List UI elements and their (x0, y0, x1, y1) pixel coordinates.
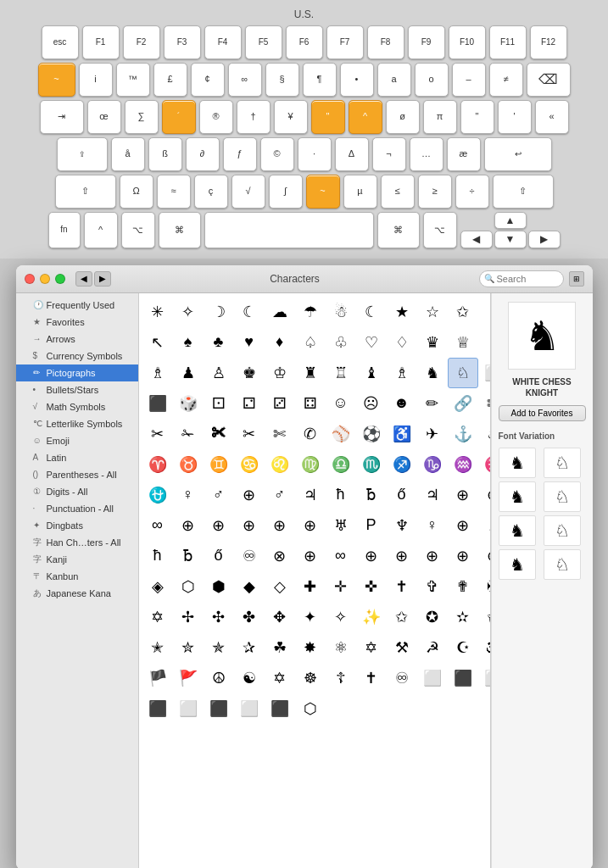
key-eth[interactable]: ∂ (186, 137, 220, 171)
symbol-cell[interactable]: ⬛ (142, 388, 173, 419)
symbol-cell[interactable]: ✢ (173, 602, 204, 632)
symbol-cell[interactable]: ✡ (356, 632, 387, 663)
symbol-cell[interactable]: ʑ (478, 510, 491, 541)
symbol-cell[interactable]: ⬡ (173, 571, 204, 602)
symbol-cell[interactable]: ∞ (326, 541, 356, 571)
symbol-cell[interactable]: ♃ (417, 480, 448, 510)
symbol-cell[interactable]: ⚀ (204, 388, 234, 419)
key-bullet[interactable]: • (340, 63, 374, 97)
symbol-cell[interactable]: ♾ (387, 663, 417, 693)
key-infinity[interactable]: ∞ (228, 63, 262, 97)
symbol-cell[interactable]: ♎ (326, 449, 356, 480)
key-dquote2[interactable]: " (460, 100, 494, 134)
font-var-cell[interactable]: ♘ (544, 549, 581, 580)
symbol-cell[interactable]: ♗ (387, 358, 417, 388)
symbol-cell[interactable]: ⚁ (234, 388, 265, 419)
key-shift-l[interactable]: ⇧ (55, 175, 116, 209)
key-tm[interactable]: ™ (116, 63, 150, 97)
symbol-cell[interactable]: ⬛ (265, 693, 295, 724)
sidebar-item-emoji[interactable]: ☺ Emoji (16, 432, 138, 449)
symbol-cell[interactable]: ⊕ (356, 541, 387, 571)
grid-view-button[interactable]: ⊞ (569, 271, 584, 287)
symbol-cell[interactable]: ✞ (417, 571, 448, 602)
symbol-cell[interactable]: ☪ (448, 632, 478, 663)
key-up[interactable]: ▲ (494, 212, 527, 229)
symbol-cell[interactable]: ◆ (234, 571, 265, 602)
key-esc[interactable]: esc (42, 25, 79, 59)
key-reg[interactable]: ® (199, 100, 233, 134)
key-fn[interactable]: fn (48, 212, 81, 248)
key-f7[interactable]: F7 (326, 25, 364, 59)
symbol-cell[interactable]: ✈ (417, 419, 448, 449)
symbol-cell[interactable]: ✰ (234, 632, 265, 663)
symbol-cell[interactable]: ⊕ (387, 541, 417, 571)
symbol-cell[interactable]: ⊕ (417, 541, 448, 571)
symbol-cell[interactable]: ⊕ (478, 541, 491, 571)
sidebar-item-latin[interactable]: A Latin (16, 449, 138, 466)
close-button[interactable] (25, 274, 35, 284)
symbol-cell[interactable]: ⚽ (356, 419, 387, 449)
key-a[interactable]: a (377, 63, 411, 97)
key-neq[interactable]: ≠ (489, 63, 523, 97)
symbol-cell[interactable]: ✆ (295, 419, 326, 449)
symbol-cell[interactable]: ⬜ (478, 358, 491, 388)
symbol-cell[interactable]: ✡ (265, 663, 295, 693)
key-rquote[interactable]: ' (498, 100, 532, 134)
key-sqrt[interactable]: √ (231, 175, 265, 209)
symbol-cell[interactable]: ⊕ (265, 510, 295, 541)
symbol-cell[interactable]: ♅ (326, 510, 356, 541)
symbol-cell[interactable]: ♾ (234, 541, 265, 571)
sidebar-item-parentheses[interactable]: () Parentheses - All (16, 466, 138, 483)
key-not[interactable]: ¬ (372, 137, 406, 171)
symbol-cell[interactable]: ♿ (387, 419, 417, 449)
key-oslash[interactable]: ø (386, 100, 420, 134)
key-f10[interactable]: F10 (449, 25, 486, 59)
symbol-cell[interactable]: ⊕ (204, 510, 234, 541)
symbol-cell[interactable]: ✫ (448, 602, 478, 632)
symbol-cell[interactable]: ♦ (265, 327, 295, 358)
symbol-cell[interactable]: ⚾ (326, 419, 356, 449)
symbol-cell[interactable]: ☁ (265, 297, 295, 327)
key-f9[interactable]: F9 (408, 25, 445, 59)
symbol-cell[interactable]: ☮ (204, 663, 234, 693)
key-ae[interactable]: æ (447, 137, 481, 171)
symbol-cell[interactable]: ♃ (295, 480, 326, 510)
key-caret[interactable]: ^ (349, 100, 382, 134)
sidebar-item-pictographs[interactable]: ✏ Pictographs (16, 364, 138, 381)
font-var-cell[interactable]: ♘ (544, 515, 581, 546)
symbol-cell[interactable]: ✀ (204, 419, 234, 449)
font-var-cell[interactable]: ♘ (544, 481, 581, 512)
symbol-cell[interactable]: ☂ (295, 297, 326, 327)
symbol-cell[interactable]: ♒ (448, 449, 478, 480)
symbol-cell[interactable]: ♂ (204, 480, 234, 510)
symbol-cell[interactable]: ✏ (417, 388, 448, 419)
sidebar-item-bullets[interactable]: • Bullets/Stars (16, 381, 138, 398)
symbol-cell[interactable]: ☽ (204, 297, 234, 327)
key-i[interactable]: i (79, 63, 113, 97)
key-florin[interactable]: ƒ (223, 137, 257, 171)
symbol-cell[interactable]: ♊ (204, 449, 234, 480)
symbol-cell[interactable]: ⬜ (234, 693, 265, 724)
symbol-cell[interactable]: ♤ (295, 327, 326, 358)
key-pound[interactable]: £ (153, 63, 187, 97)
symbol-cell[interactable]: ☾ (356, 297, 387, 327)
symbol-cell[interactable]: ✩ (448, 297, 478, 327)
sidebar-item-arrows[interactable]: → Arrows (16, 331, 138, 348)
key-shift-r[interactable]: ⇧ (493, 175, 554, 209)
symbol-cell[interactable]: ☾ (234, 297, 265, 327)
symbol-cell[interactable]: ✝ (387, 571, 417, 602)
symbol-cell[interactable]: ♞ (417, 358, 448, 388)
symbol-cell[interactable]: ♝ (356, 358, 387, 388)
key-guillemet[interactable]: « (535, 100, 569, 134)
key-backspace[interactable]: ⌫ (527, 63, 571, 97)
sidebar-item-math[interactable]: √ Math Symbols (16, 398, 138, 415)
symbol-cell[interactable]: ✡ (142, 602, 173, 632)
symbol-cell[interactable]: ✂ (142, 419, 173, 449)
symbol-cell[interactable]: ✛ (326, 571, 356, 602)
symbol-cell[interactable]: ⊗ (265, 541, 295, 571)
symbol-cell[interactable]: ⚃ (295, 388, 326, 419)
symbol-cell[interactable]: ♌ (265, 449, 295, 480)
symbol-cell[interactable]: ✧ (326, 602, 356, 632)
symbol-cell[interactable]: ♘ (448, 358, 478, 388)
key-delta[interactable]: Δ (335, 137, 369, 171)
